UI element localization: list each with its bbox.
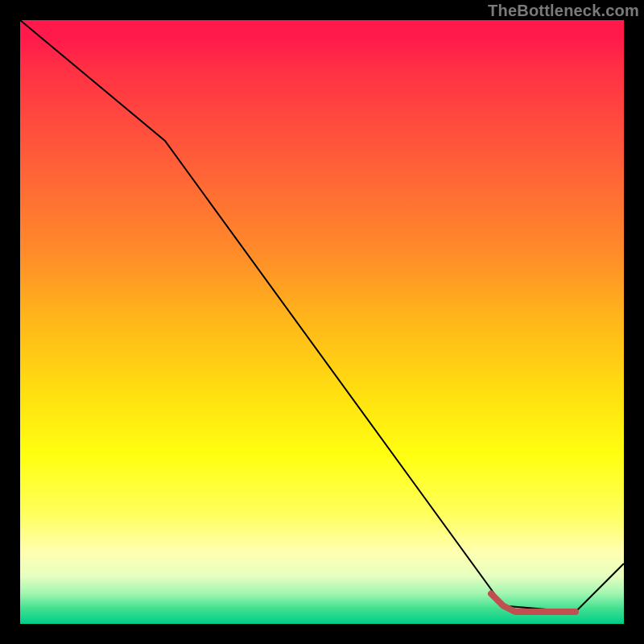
watermark-text: TheBottleneck.com [488,2,639,20]
series-optimal-segment [491,594,576,613]
series-bottleneck-curve [20,20,624,612]
plot-overlay [20,20,624,624]
chart-stage: TheBottleneck.com [0,0,644,644]
